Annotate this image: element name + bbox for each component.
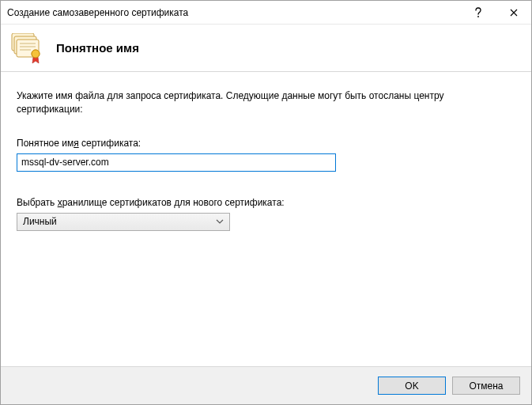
dialog-window: Создание самозаверенного сертификата xyxy=(0,0,532,405)
help-icon xyxy=(474,7,482,18)
close-icon xyxy=(510,9,518,17)
dialog-footer: OK Отмена xyxy=(1,366,531,404)
svg-point-0 xyxy=(477,16,479,17)
close-button[interactable] xyxy=(496,1,531,25)
cert-store-select[interactable]: Личный xyxy=(17,213,230,231)
chevron-down-icon xyxy=(214,213,225,231)
ok-button[interactable]: OK xyxy=(378,377,446,395)
svg-point-8 xyxy=(32,50,40,58)
instruction-text: Укажите имя файла для запроса сертификат… xyxy=(17,89,507,117)
dialog-body: Укажите имя файла для запроса сертификат… xyxy=(1,72,531,366)
window-title: Создание самозаверенного сертификата xyxy=(1,7,460,18)
cancel-button[interactable]: Отмена xyxy=(452,377,520,395)
cert-name-input[interactable] xyxy=(17,153,336,172)
cert-store-value: Личный xyxy=(17,213,230,231)
cert-name-label: Понятное имя сертификата: xyxy=(17,138,515,149)
help-button[interactable] xyxy=(460,1,496,25)
dialog-header: Понятное имя xyxy=(1,25,531,72)
certificate-icon xyxy=(10,33,43,63)
dialog-heading: Понятное имя xyxy=(56,41,139,55)
cert-store-label: Выбрать хранилище сертификатов для новог… xyxy=(17,197,515,208)
titlebar: Создание самозаверенного сертификата xyxy=(1,1,531,25)
